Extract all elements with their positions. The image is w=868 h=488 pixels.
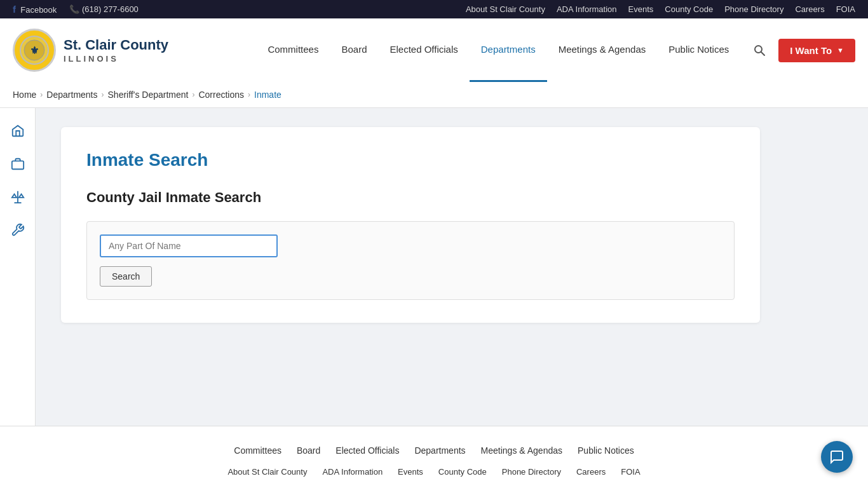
breadcrumb-sep-3: ›	[192, 90, 194, 99]
home-icon	[11, 124, 25, 138]
svg-line-4	[761, 52, 764, 55]
justice-icon	[11, 190, 25, 204]
nav-departments[interactable]: Departments	[470, 18, 547, 82]
state-name: ILLINOIS	[64, 54, 168, 64]
breadcrumb-sep-1: ›	[40, 90, 43, 99]
i-want-to-label: I Want To	[790, 45, 832, 56]
main-nav: Committees Board Elected Officials Depar…	[256, 18, 740, 82]
nav-elected-officials[interactable]: Elected Officials	[378, 18, 469, 82]
sidebar-briefcase-button[interactable]	[5, 151, 31, 177]
logo-link[interactable]: ⚜ St. Clair County ILLINOIS	[13, 29, 168, 72]
search-form: Search	[86, 221, 735, 300]
chat-icon	[829, 449, 844, 464]
page-title: Inmate Search	[86, 150, 735, 170]
phone-icon: 📞	[69, 4, 79, 14]
footer-county-code[interactable]: County Code	[438, 467, 487, 477]
footer-board[interactable]: Board	[297, 445, 320, 456]
phone-number: (618) 277-6600	[82, 4, 139, 14]
section-title: County Jail Inmate Search	[86, 189, 735, 206]
nav-meetings[interactable]: Meetings & Agendas	[547, 18, 658, 82]
sidebar-tools-button[interactable]	[5, 217, 31, 243]
top-bar: f Facebook 📞 (618) 277-6600 About St Cla…	[0, 0, 868, 18]
i-want-to-button[interactable]: I Want To ▼	[778, 39, 855, 62]
dropdown-arrow-icon: ▼	[837, 46, 844, 54]
facebook-icon: f	[13, 4, 16, 15]
search-submit-button[interactable]: Search	[100, 266, 152, 287]
facebook-label: Facebook	[20, 5, 57, 15]
nav-committees[interactable]: Committees	[256, 18, 330, 82]
footer-about[interactable]: About St Clair County	[227, 467, 307, 477]
footer-elected-officials[interactable]: Elected Officials	[336, 445, 399, 456]
content-card: Inmate Search County Jail Inmate Search …	[61, 127, 760, 323]
footer-foia[interactable]: FOIA	[621, 467, 640, 477]
logo-emblem: ⚜	[13, 29, 56, 72]
footer-ada[interactable]: ADA Information	[322, 467, 383, 477]
logo-text: St. Clair County ILLINOIS	[64, 37, 168, 63]
search-icon	[753, 44, 766, 57]
phone-link[interactable]: 📞 (618) 277-6600	[69, 4, 139, 14]
breadcrumb-home[interactable]: Home	[13, 90, 36, 100]
footer-public-notices[interactable]: Public Notices	[578, 445, 634, 456]
foia-link[interactable]: FOIA	[836, 4, 855, 14]
county-name: St. Clair County	[64, 37, 168, 53]
briefcase-icon	[11, 157, 25, 171]
breadcrumb-departments[interactable]: Departments	[46, 90, 97, 100]
breadcrumb-corrections[interactable]: Corrections	[198, 90, 244, 100]
phone-directory-link[interactable]: Phone Directory	[724, 4, 783, 14]
nav-public-notices[interactable]: Public Notices	[657, 18, 740, 82]
careers-link[interactable]: Careers	[795, 4, 824, 14]
footer-phone-directory[interactable]: Phone Directory	[502, 467, 561, 477]
events-link[interactable]: Events	[628, 4, 654, 14]
search-button-label: Search	[112, 271, 140, 281]
footer-events[interactable]: Events	[398, 467, 423, 477]
page-body: Inmate Search County Jail Inmate Search …	[0, 108, 868, 426]
footer-nav-primary: Committees Board Elected Officials Depar…	[13, 445, 855, 456]
breadcrumb-sheriffs[interactable]: Sheriff's Department	[108, 90, 189, 100]
ada-link[interactable]: ADA Information	[557, 4, 617, 14]
footer-careers[interactable]: Careers	[576, 467, 606, 477]
breadcrumb-current: Inmate	[254, 90, 281, 100]
search-button[interactable]	[747, 37, 772, 63]
svg-text:⚜: ⚜	[30, 45, 39, 56]
name-search-input[interactable]	[100, 234, 278, 257]
sidebar-justice-button[interactable]	[5, 184, 31, 210]
breadcrumb-sep-4: ›	[248, 90, 250, 99]
tools-icon	[11, 223, 25, 237]
chat-button[interactable]	[821, 441, 853, 473]
breadcrumb: Home › Departments › Sheriff's Departmen…	[0, 82, 868, 108]
footer-departments[interactable]: Departments	[414, 445, 465, 456]
sidebar-home-button[interactable]	[5, 118, 31, 144]
nav-board[interactable]: Board	[330, 18, 378, 82]
county-code-link[interactable]: County Code	[665, 4, 713, 14]
breadcrumb-sep-2: ›	[102, 90, 104, 99]
footer-committees[interactable]: Committees	[234, 445, 281, 456]
footer-meetings[interactable]: Meetings & Agendas	[481, 445, 562, 456]
about-link[interactable]: About St Clair County	[466, 4, 545, 14]
top-bar-right: About St Clair County ADA Information Ev…	[466, 4, 855, 14]
header-actions: I Want To ▼	[747, 18, 855, 82]
main-content: Inmate Search County Jail Inmate Search …	[36, 108, 868, 426]
facebook-link[interactable]: f Facebook	[13, 4, 57, 15]
footer: Committees Board Elected Officials Depar…	[0, 426, 868, 488]
header: ⚜ St. Clair County ILLINOIS Committees B…	[0, 18, 868, 82]
footer-nav-secondary: About St Clair County ADA Information Ev…	[13, 467, 855, 477]
sidebar	[0, 108, 36, 426]
top-bar-left: f Facebook 📞 (618) 277-6600	[13, 4, 139, 15]
svg-rect-5	[11, 161, 23, 169]
